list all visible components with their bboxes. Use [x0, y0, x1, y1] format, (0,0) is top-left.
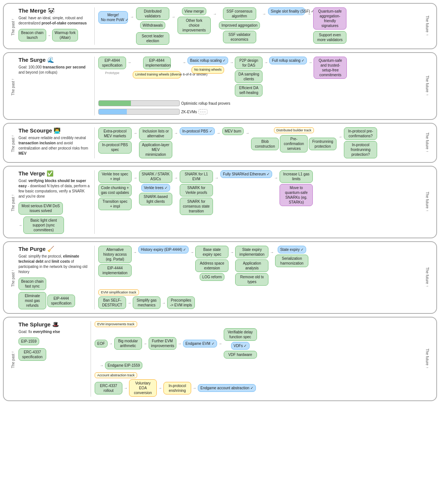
snark-l1-evm-node: SNARK for L1 EVM: [180, 170, 213, 183]
merge-title: The Merge 🐼: [18, 7, 91, 14]
splurge-title-col: The Splurge 🎩 Goal: fix everything else …: [18, 321, 87, 361]
blob-construction-node: Blob construction: [251, 138, 279, 150]
merge-node: Merge!No more PoW: [98, 11, 128, 24]
view-merge-node: View merge: [182, 7, 207, 15]
dist-validators-node: Distributed validators: [136, 7, 169, 20]
surge-flow: EIP-4844 specification Prototype → EIP-4…: [98, 57, 422, 115]
in-protocol-pbs-spec-node: In-protocol PBS spec: [98, 141, 132, 154]
endgame-account-node: Endgame account abstraction: [198, 384, 256, 392]
serialization-harmonization-node: Serialization harmonization: [275, 255, 308, 267]
snark-verkle-node: SNARK for Verkle proofs: [180, 184, 213, 196]
warmup-fork-node: Warmup fork(Altair): [52, 29, 78, 41]
splurge-goal: Goal: fix everything else: [18, 329, 87, 335]
verge-left-arrow: ← The past: [7, 193, 18, 211]
eof-node: EOF: [95, 340, 108, 347]
purge-body: The Purge 🧹 Goal: simplify the protocol,…: [18, 246, 422, 309]
snark-light-clients-node: SNARK-based light clients: [139, 193, 172, 205]
surge-left-arrow: ← The past: [7, 77, 18, 95]
preconfirmation-services-node: Pre-confirmation services: [280, 135, 308, 152]
surge-right-arrow: The future →: [422, 75, 433, 97]
verge-title-col: The Verge ✅ Goal: verifying blocks shoul…: [18, 170, 91, 234]
app-layer-mev-node: Application-layer MEV minimization: [139, 141, 172, 158]
splurge-divider: [91, 321, 91, 397]
vdfs-node: VDFs: [231, 342, 250, 350]
purge-title-col: The Purge 🧹 Goal: simplify the protocol,…: [18, 246, 91, 309]
da-sampling-node: DA sampling clients: [235, 70, 263, 83]
in-protocol-enshrining-node: In-protocol enshrining: [163, 382, 191, 394]
scourge-right-arrow: The future →: [422, 132, 433, 154]
ssf-node: Single slot finality (SSF): [268, 7, 305, 15]
vdf-spec-node: Verifiable delay function spec: [224, 328, 257, 341]
support-validators-node: Support even more validators: [313, 31, 346, 44]
surge-goal: Goal: 100,000 transactions per second an…: [18, 65, 91, 75]
secret-leader-node: Secret leader election: [136, 32, 169, 45]
quantum-safe-snarks-node: Move to quantum-safe SNARKs (eg. STARKs): [280, 184, 313, 206]
eip4844-spec-node: EIP-4844 specification: [98, 57, 126, 69]
mev-burn-node: MEV burn: [222, 127, 244, 135]
scourge-body: The Scourge 👨‍💻 Goal: ensure reliable an…: [18, 127, 422, 158]
account-abstraction-label: Account abstraction track: [95, 372, 137, 378]
transition-spec-node: Transition spec + impl: [98, 198, 132, 210]
address-space-node: Address space extension: [195, 259, 229, 272]
endgame-eip1559-node: Endgame EIP-1559: [105, 362, 142, 369]
purge-right-arrow: The future →: [422, 267, 433, 288]
purge-section: ← The past The Purge 🧹 Goal: simplify th…: [3, 241, 437, 314]
beacon-chain-node: Beacon chainlaunch: [18, 29, 46, 41]
verkle-spec-node: Verkle tree spec + impl: [98, 170, 132, 183]
surge-title-col: The Surge 🌊 Goal: 100,000 transactions p…: [18, 57, 91, 75]
no-training-wheels-node: No training wheels: [192, 66, 224, 74]
evm-improvements-label: EVM improvements track: [95, 321, 137, 327]
verge-right-arrow: The future →: [422, 192, 433, 213]
splurge-flow: EVM improvements track EOF → Big modular…: [95, 321, 422, 397]
improved-agg-node: Improved aggregation: [219, 21, 260, 29]
surge-body: The Surge 🌊 Goal: 100,000 transactions p…: [18, 57, 422, 115]
surge-divider: [94, 57, 95, 115]
purge-title: The Purge 🧹: [18, 246, 91, 252]
scourge-flow: Extra-protocol MEV markets In-protocol P…: [98, 127, 422, 158]
purge-divider: [94, 246, 95, 309]
merge-right-arrow: The future →: [422, 16, 433, 37]
history-expiry-node: History expiry (EIP-4444): [138, 246, 189, 253]
fork-choice-node: Other fork choice improvements: [177, 17, 211, 34]
in-protocol-preconf-node: In-protocol pre-confirmations?: [344, 127, 377, 140]
merge-body: The Merge 🐼 Goal: have an ideal, simple,…: [18, 7, 422, 45]
eip1559-node: EIP-1559: [18, 337, 39, 345]
verge-section: ← The past The Verge ✅ Goal: verifying b…: [3, 166, 437, 238]
erc4337-spec-node: ERC-4337 specification: [18, 348, 46, 361]
snark-consensus-node: SNARK for consensus state transition: [180, 198, 213, 215]
scourge-left-arrow: ← The past: [7, 134, 18, 152]
quantum-safe-commit-node: Quantum-safe and trusted-setup-free comm…: [314, 57, 347, 79]
splurge-left-arrow: ← The past: [7, 350, 18, 368]
merge-goal: Goal: have an ideal, simple, robust and …: [18, 16, 91, 26]
further-evm-node: Further EVM improvements: [149, 337, 176, 350]
ssf-validator-node: SSF validator economics: [223, 31, 256, 43]
inclusion-lists-node: Inclusion lists or alternative: [139, 127, 172, 140]
withdrawals-node: Withdrawals: [140, 21, 165, 29]
fraud-provers-label: Optimistic rollup fraud provers: [181, 101, 230, 105]
voluntary-eoa-node: Voluntary EOA conversion: [129, 379, 157, 397]
purge-goal: Goal: simplify the protocol, eliminate t…: [18, 254, 91, 275]
eip4844-impl-node: EIP-4844 implementation: [143, 57, 171, 69]
beacon-fast-sync-node: Beacon chain fast sync: [18, 278, 46, 290]
surge-section: ← The past The Surge 🌊 Goal: 100,000 tra…: [3, 52, 437, 120]
surge-title: The Surge 🌊: [18, 57, 91, 63]
verge-title: The Verge ✅: [18, 170, 91, 177]
state-expiry-node: State expiry: [278, 246, 307, 253]
evm-dos-node: Most serious EVM DoS issues solved: [18, 202, 63, 215]
merge-left-arrow: ← The past: [7, 17, 18, 36]
verge-divider: [94, 170, 95, 234]
merge-title-col: The Merge 🐼 Goal: have an ideal, simple,…: [18, 7, 91, 41]
splurge-title: The Splurge 🎩: [18, 321, 87, 328]
increase-l1-gas-node: Increase L1 gas limits: [280, 170, 313, 183]
fully-snarked-node: Fully SNARKed Ethereum: [220, 170, 272, 178]
ssf-consensus-node: SSF consensus algorithm: [223, 7, 256, 20]
code-chunking-node: Code chunking + gas cost updates: [98, 184, 132, 196]
verge-flow: Verkle tree spec + impl Code chunking + …: [98, 170, 422, 215]
quantum-safe-sigs-node: Quantum-safe aggregation-friendly signat…: [313, 7, 346, 30]
purge-flow: Alternative history access (eg. Portal) …: [98, 246, 422, 309]
alt-history-access-node: Alternative history access (eg. Portal): [98, 246, 132, 263]
endgame-evm-node: Endgame EVM: [183, 340, 217, 347]
frontrunning-protection-node: Frontrunning protection: [309, 138, 336, 150]
verge-goal: Goal: verifying blocks should be super e…: [18, 178, 91, 199]
splurge-section: ← The past The Splurge 🎩 Goal: fix every…: [3, 317, 437, 401]
